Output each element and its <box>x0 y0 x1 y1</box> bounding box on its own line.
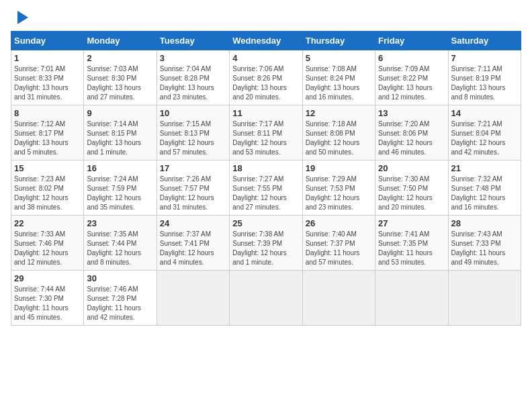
day-info: Sunrise: 7:14 AMSunset: 8:15 PMDaylight:… <box>87 120 153 157</box>
day-number: 3 <box>160 53 226 63</box>
day-info: Sunrise: 7:38 AMSunset: 7:39 PMDaylight:… <box>232 230 299 267</box>
calendar-day-cell: 12Sunrise: 7:18 AMSunset: 8:08 PMDayligh… <box>302 105 375 161</box>
day-number: 6 <box>378 53 445 63</box>
day-number: 19 <box>306 163 372 173</box>
day-number: 21 <box>451 163 518 173</box>
day-number: 1 <box>14 53 81 63</box>
day-number: 11 <box>232 108 299 118</box>
calendar-day-cell: 21Sunrise: 7:32 AMSunset: 7:48 PMDayligh… <box>448 161 521 216</box>
calendar-day-cell: 4Sunrise: 7:06 AMSunset: 8:26 PMDaylight… <box>230 50 302 105</box>
day-info: Sunrise: 7:03 AMSunset: 8:30 PMDaylight:… <box>87 64 153 102</box>
calendar-day-cell: 30Sunrise: 7:46 AMSunset: 7:28 PMDayligh… <box>84 271 157 326</box>
calendar-week-row: 22Sunrise: 7:33 AMSunset: 7:46 PMDayligh… <box>11 216 521 271</box>
day-info: Sunrise: 7:30 AMSunset: 7:50 PMDaylight:… <box>378 175 445 212</box>
weekday-header: Tuesday <box>157 32 229 50</box>
day-info: Sunrise: 7:40 AMSunset: 7:37 PMDaylight:… <box>306 230 372 267</box>
day-number: 4 <box>232 53 299 63</box>
calendar-day-cell: 29Sunrise: 7:44 AMSunset: 7:30 PMDayligh… <box>11 271 84 326</box>
day-number: 29 <box>14 273 81 283</box>
calendar-day-cell: 15Sunrise: 7:23 AMSunset: 8:02 PMDayligh… <box>11 161 84 216</box>
day-info: Sunrise: 7:37 AMSunset: 7:41 PMDaylight:… <box>160 230 226 267</box>
day-number: 26 <box>306 218 372 228</box>
calendar-day-cell: 23Sunrise: 7:35 AMSunset: 7:44 PMDayligh… <box>84 216 157 271</box>
weekday-header: Sunday <box>11 32 84 50</box>
day-info: Sunrise: 7:11 AMSunset: 8:19 PMDaylight:… <box>451 64 518 102</box>
calendar-day-cell: 25Sunrise: 7:38 AMSunset: 7:39 PMDayligh… <box>230 216 302 271</box>
calendar-day-cell <box>375 271 448 326</box>
day-info: Sunrise: 7:32 AMSunset: 7:48 PMDaylight:… <box>451 175 518 212</box>
day-number: 17 <box>160 163 226 173</box>
day-info: Sunrise: 7:29 AMSunset: 7:53 PMDaylight:… <box>306 175 372 212</box>
day-info: Sunrise: 7:17 AMSunset: 8:11 PMDaylight:… <box>232 120 299 157</box>
day-info: Sunrise: 7:27 AMSunset: 7:55 PMDaylight:… <box>232 175 299 212</box>
day-number: 2 <box>87 53 153 63</box>
page-header <box>11 11 521 24</box>
calendar-day-cell: 19Sunrise: 7:29 AMSunset: 7:53 PMDayligh… <box>302 161 375 216</box>
day-info: Sunrise: 7:01 AMSunset: 8:33 PMDaylight:… <box>14 64 81 102</box>
day-number: 16 <box>87 163 153 173</box>
day-number: 9 <box>87 108 153 118</box>
weekday-header: Wednesday <box>230 32 302 50</box>
day-info: Sunrise: 7:15 AMSunset: 8:13 PMDaylight:… <box>160 120 226 157</box>
day-number: 23 <box>87 218 153 228</box>
calendar-day-cell: 1Sunrise: 7:01 AMSunset: 8:33 PMDaylight… <box>11 50 84 105</box>
day-info: Sunrise: 7:08 AMSunset: 8:24 PMDaylight:… <box>306 64 372 102</box>
weekday-header: Monday <box>84 32 157 50</box>
calendar-day-cell: 27Sunrise: 7:41 AMSunset: 7:35 PMDayligh… <box>375 216 448 271</box>
calendar-day-cell <box>230 271 302 326</box>
calendar-day-cell: 2Sunrise: 7:03 AMSunset: 8:30 PMDaylight… <box>84 50 157 105</box>
day-info: Sunrise: 7:43 AMSunset: 7:33 PMDaylight:… <box>451 230 518 267</box>
calendar-day-cell: 11Sunrise: 7:17 AMSunset: 8:11 PMDayligh… <box>230 105 302 161</box>
logo-arrow-icon <box>17 11 28 24</box>
calendar-table: SundayMondayTuesdayWednesdayThursdayFrid… <box>11 31 521 326</box>
day-number: 18 <box>232 163 299 173</box>
calendar-day-cell: 3Sunrise: 7:04 AMSunset: 8:28 PMDaylight… <box>157 50 229 105</box>
day-info: Sunrise: 7:35 AMSunset: 7:44 PMDaylight:… <box>87 230 153 267</box>
calendar-day-cell: 8Sunrise: 7:12 AMSunset: 8:17 PMDaylight… <box>11 105 84 161</box>
day-info: Sunrise: 7:46 AMSunset: 7:28 PMDaylight:… <box>87 285 153 322</box>
day-info: Sunrise: 7:44 AMSunset: 7:30 PMDaylight:… <box>14 285 81 322</box>
day-info: Sunrise: 7:26 AMSunset: 7:57 PMDaylight:… <box>160 175 226 212</box>
calendar-day-cell: 14Sunrise: 7:21 AMSunset: 8:04 PMDayligh… <box>448 105 521 161</box>
day-number: 5 <box>306 53 372 63</box>
day-number: 13 <box>378 108 445 118</box>
weekday-header: Thursday <box>302 32 375 50</box>
calendar-week-row: 29Sunrise: 7:44 AMSunset: 7:30 PMDayligh… <box>11 271 521 326</box>
day-info: Sunrise: 7:24 AMSunset: 7:59 PMDaylight:… <box>87 175 153 212</box>
day-number: 7 <box>451 53 518 63</box>
day-number: 15 <box>14 163 81 173</box>
day-info: Sunrise: 7:04 AMSunset: 8:28 PMDaylight:… <box>160 64 226 102</box>
day-info: Sunrise: 7:21 AMSunset: 8:04 PMDaylight:… <box>451 120 518 157</box>
calendar-header-row: SundayMondayTuesdayWednesdayThursdayFrid… <box>11 32 521 50</box>
calendar-day-cell: 5Sunrise: 7:08 AMSunset: 8:24 PMDaylight… <box>302 50 375 105</box>
day-info: Sunrise: 7:09 AMSunset: 8:22 PMDaylight:… <box>378 64 445 102</box>
calendar-day-cell: 10Sunrise: 7:15 AMSunset: 8:13 PMDayligh… <box>157 105 229 161</box>
calendar-week-row: 15Sunrise: 7:23 AMSunset: 8:02 PMDayligh… <box>11 161 521 216</box>
day-number: 30 <box>87 273 153 283</box>
day-number: 24 <box>160 218 226 228</box>
day-info: Sunrise: 7:20 AMSunset: 8:06 PMDaylight:… <box>378 120 445 157</box>
calendar-day-cell: 26Sunrise: 7:40 AMSunset: 7:37 PMDayligh… <box>302 216 375 271</box>
calendar-week-row: 8Sunrise: 7:12 AMSunset: 8:17 PMDaylight… <box>11 105 521 161</box>
calendar-day-cell <box>302 271 375 326</box>
day-number: 8 <box>14 108 81 118</box>
day-number: 28 <box>451 218 518 228</box>
calendar-day-cell: 22Sunrise: 7:33 AMSunset: 7:46 PMDayligh… <box>11 216 84 271</box>
weekday-header: Friday <box>375 32 448 50</box>
day-number: 22 <box>14 218 81 228</box>
calendar-day-cell <box>448 271 521 326</box>
calendar-day-cell: 17Sunrise: 7:26 AMSunset: 7:57 PMDayligh… <box>157 161 229 216</box>
day-number: 14 <box>451 108 518 118</box>
calendar-day-cell: 24Sunrise: 7:37 AMSunset: 7:41 PMDayligh… <box>157 216 229 271</box>
calendar-day-cell: 18Sunrise: 7:27 AMSunset: 7:55 PMDayligh… <box>230 161 302 216</box>
day-number: 25 <box>232 218 299 228</box>
day-number: 12 <box>306 108 372 118</box>
day-info: Sunrise: 7:18 AMSunset: 8:08 PMDaylight:… <box>306 120 372 157</box>
day-number: 20 <box>378 163 445 173</box>
calendar-day-cell <box>157 271 229 326</box>
calendar-day-cell: 6Sunrise: 7:09 AMSunset: 8:22 PMDaylight… <box>375 50 448 105</box>
day-number: 27 <box>378 218 445 228</box>
day-info: Sunrise: 7:41 AMSunset: 7:35 PMDaylight:… <box>378 230 445 267</box>
calendar-week-row: 1Sunrise: 7:01 AMSunset: 8:33 PMDaylight… <box>11 50 521 105</box>
calendar-day-cell: 7Sunrise: 7:11 AMSunset: 8:19 PMDaylight… <box>448 50 521 105</box>
